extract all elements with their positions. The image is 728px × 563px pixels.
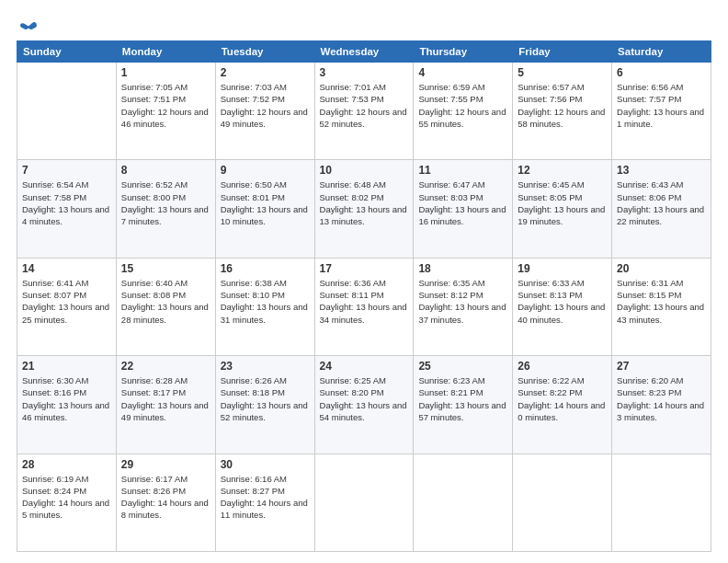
day-number: 3 [320,66,409,79]
calendar-cell: 12Sunrise: 6:45 AMSunset: 8:05 PMDayligh… [513,160,612,258]
weekday-header-cell: Thursday [414,41,513,63]
day-info: Sunrise: 6:57 AMSunset: 7:56 PMDaylight:… [518,81,607,130]
day-info: Sunrise: 7:03 AMSunset: 7:52 PMDaylight:… [221,81,310,130]
logo-bird-icon [20,17,37,33]
day-number: 7 [22,164,111,177]
calendar-cell: 16Sunrise: 6:38 AMSunset: 8:10 PMDayligh… [215,258,314,355]
calendar-cell [414,454,513,551]
day-number: 29 [121,458,210,471]
calendar-cell: 18Sunrise: 6:35 AMSunset: 8:12 PMDayligh… [414,258,513,355]
day-info: Sunrise: 6:50 AMSunset: 8:01 PMDaylight:… [221,178,310,227]
calendar-cell: 23Sunrise: 6:26 AMSunset: 8:18 PMDayligh… [215,356,314,454]
calendar-cell: 8Sunrise: 6:52 AMSunset: 8:00 PMDaylight… [116,160,215,258]
day-number: 4 [418,66,507,79]
header [17,17,711,33]
calendar-cell: 7Sunrise: 6:54 AMSunset: 7:58 PMDaylight… [17,160,117,258]
day-info: Sunrise: 6:35 AMSunset: 8:12 PMDaylight:… [418,277,507,326]
day-number: 10 [320,164,409,177]
weekday-header-cell: Friday [513,41,612,63]
day-info: Sunrise: 6:33 AMSunset: 8:13 PMDaylight:… [518,277,607,326]
calendar-cell: 2Sunrise: 7:03 AMSunset: 7:52 PMDaylight… [215,63,314,160]
day-info: Sunrise: 6:26 AMSunset: 8:18 PMDaylight:… [221,374,310,423]
calendar-cell: 11Sunrise: 6:47 AMSunset: 8:03 PMDayligh… [414,160,513,258]
day-number: 20 [617,262,706,275]
day-info: Sunrise: 6:31 AMSunset: 8:15 PMDaylight:… [617,277,706,326]
calendar-cell: 26Sunrise: 6:22 AMSunset: 8:22 PMDayligh… [513,356,612,454]
day-info: Sunrise: 6:59 AMSunset: 7:55 PMDaylight:… [418,81,507,130]
calendar-week-row: 28Sunrise: 6:19 AMSunset: 8:24 PMDayligh… [17,454,711,551]
calendar-cell: 1Sunrise: 7:05 AMSunset: 7:51 PMDaylight… [116,63,215,160]
day-number: 19 [518,262,607,275]
day-number: 26 [518,360,607,373]
day-info: Sunrise: 6:19 AMSunset: 8:24 PMDaylight:… [22,473,111,522]
calendar-cell: 6Sunrise: 6:56 AMSunset: 7:57 PMDaylight… [612,63,711,160]
page: SundayMondayTuesdayWednesdayThursdayFrid… [0,0,728,563]
weekday-header-cell: Wednesday [314,41,414,63]
day-info: Sunrise: 6:45 AMSunset: 8:05 PMDaylight:… [518,178,607,227]
day-number: 8 [121,164,210,177]
day-number: 14 [22,262,111,275]
day-info: Sunrise: 6:52 AMSunset: 8:00 PMDaylight:… [121,178,210,227]
day-number: 18 [418,262,507,275]
day-number: 23 [221,360,310,373]
calendar-cell: 5Sunrise: 6:57 AMSunset: 7:56 PMDaylight… [513,63,612,160]
day-info: Sunrise: 6:25 AMSunset: 8:20 PMDaylight:… [320,374,409,423]
day-info: Sunrise: 6:47 AMSunset: 8:03 PMDaylight:… [418,178,507,227]
calendar-table: SundayMondayTuesdayWednesdayThursdayFrid… [17,40,711,552]
calendar-cell: 22Sunrise: 6:28 AMSunset: 8:17 PMDayligh… [116,356,215,454]
day-number: 2 [221,66,310,79]
day-info: Sunrise: 6:38 AMSunset: 8:10 PMDaylight:… [221,277,310,326]
calendar-cell: 13Sunrise: 6:43 AMSunset: 8:06 PMDayligh… [612,160,711,258]
day-info: Sunrise: 7:01 AMSunset: 7:53 PMDaylight:… [320,81,409,130]
day-info: Sunrise: 6:56 AMSunset: 7:57 PMDaylight:… [617,81,706,130]
calendar-cell: 25Sunrise: 6:23 AMSunset: 8:21 PMDayligh… [414,356,513,454]
calendar-cell: 15Sunrise: 6:40 AMSunset: 8:08 PMDayligh… [116,258,215,355]
calendar-cell: 30Sunrise: 6:16 AMSunset: 8:27 PMDayligh… [215,454,314,551]
day-info: Sunrise: 7:05 AMSunset: 7:51 PMDaylight:… [121,81,210,130]
calendar-cell: 19Sunrise: 6:33 AMSunset: 8:13 PMDayligh… [513,258,612,355]
calendar-cell [314,454,414,551]
day-info: Sunrise: 6:54 AMSunset: 7:58 PMDaylight:… [22,178,111,227]
calendar-cell: 20Sunrise: 6:31 AMSunset: 8:15 PMDayligh… [612,258,711,355]
day-number: 9 [221,164,310,177]
weekday-header-cell: Saturday [612,41,711,63]
calendar-cell: 4Sunrise: 6:59 AMSunset: 7:55 PMDaylight… [414,63,513,160]
calendar-cell: 3Sunrise: 7:01 AMSunset: 7:53 PMDaylight… [314,63,414,160]
calendar-cell: 17Sunrise: 6:36 AMSunset: 8:11 PMDayligh… [314,258,414,355]
calendar-cell: 28Sunrise: 6:19 AMSunset: 8:24 PMDayligh… [17,454,117,551]
day-number: 25 [418,360,507,373]
day-number: 1 [121,66,210,79]
day-info: Sunrise: 6:48 AMSunset: 8:02 PMDaylight:… [320,178,409,227]
day-info: Sunrise: 6:41 AMSunset: 8:07 PMDaylight:… [22,277,111,326]
day-number: 5 [518,66,607,79]
calendar-week-row: 21Sunrise: 6:30 AMSunset: 8:16 PMDayligh… [17,356,711,454]
day-number: 6 [617,66,706,79]
day-number: 24 [320,360,409,373]
day-number: 13 [617,164,706,177]
day-info: Sunrise: 6:40 AMSunset: 8:08 PMDaylight:… [121,277,210,326]
day-info: Sunrise: 6:28 AMSunset: 8:17 PMDaylight:… [121,374,210,423]
calendar-cell [17,63,117,160]
calendar-cell: 9Sunrise: 6:50 AMSunset: 8:01 PMDaylight… [215,160,314,258]
calendar-cell [612,454,711,551]
calendar-week-row: 14Sunrise: 6:41 AMSunset: 8:07 PMDayligh… [17,258,711,355]
day-number: 28 [22,458,111,471]
calendar-cell: 24Sunrise: 6:25 AMSunset: 8:20 PMDayligh… [314,356,414,454]
day-info: Sunrise: 6:20 AMSunset: 8:23 PMDaylight:… [617,374,706,423]
calendar-cell: 14Sunrise: 6:41 AMSunset: 8:07 PMDayligh… [17,258,117,355]
day-number: 27 [617,360,706,373]
weekday-header-cell: Tuesday [215,41,314,63]
day-info: Sunrise: 6:30 AMSunset: 8:16 PMDaylight:… [22,374,111,423]
calendar-cell: 21Sunrise: 6:30 AMSunset: 8:16 PMDayligh… [17,356,117,454]
day-number: 17 [320,262,409,275]
calendar-cell: 10Sunrise: 6:48 AMSunset: 8:02 PMDayligh… [314,160,414,258]
calendar-cell [513,454,612,551]
day-number: 16 [221,262,310,275]
day-number: 15 [121,262,210,275]
calendar-cell: 29Sunrise: 6:17 AMSunset: 8:26 PMDayligh… [116,454,215,551]
day-info: Sunrise: 6:17 AMSunset: 8:26 PMDaylight:… [121,473,210,522]
day-info: Sunrise: 6:23 AMSunset: 8:21 PMDaylight:… [418,374,507,423]
day-number: 30 [221,458,310,471]
calendar-week-row: 7Sunrise: 6:54 AMSunset: 7:58 PMDaylight… [17,160,711,258]
day-number: 12 [518,164,607,177]
